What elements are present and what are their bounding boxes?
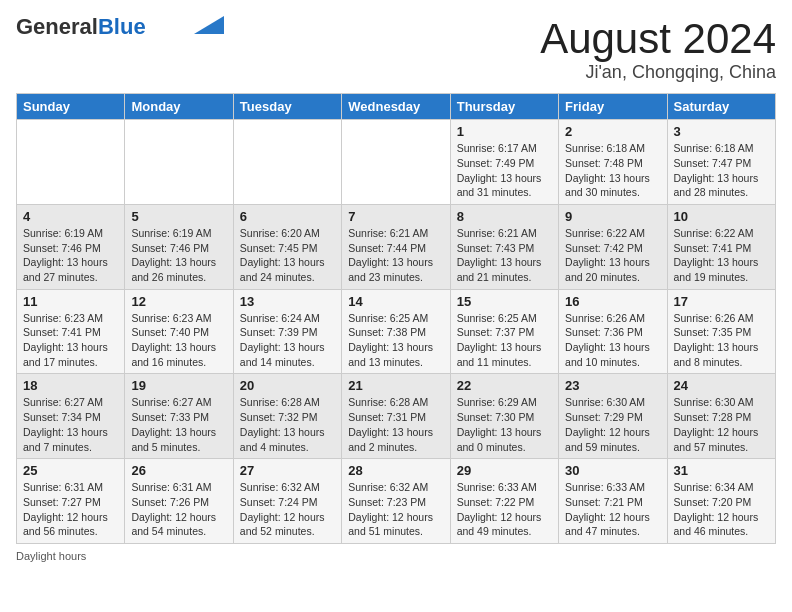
daylight-label: Daylight hours (16, 550, 86, 562)
day-info: Sunrise: 6:17 AMSunset: 7:49 PMDaylight:… (457, 141, 552, 200)
page-header: GeneralBlue August 2024 Ji'an, Chongqing… (16, 16, 776, 83)
day-number: 19 (131, 378, 226, 393)
day-info: Sunrise: 6:21 AMSunset: 7:44 PMDaylight:… (348, 226, 443, 285)
calendar-cell: 10Sunrise: 6:22 AMSunset: 7:41 PMDayligh… (667, 204, 775, 289)
calendar-header-friday: Friday (559, 94, 667, 120)
calendar-cell: 13Sunrise: 6:24 AMSunset: 7:39 PMDayligh… (233, 289, 341, 374)
day-number: 15 (457, 294, 552, 309)
calendar-cell: 9Sunrise: 6:22 AMSunset: 7:42 PMDaylight… (559, 204, 667, 289)
day-number: 22 (457, 378, 552, 393)
day-info: Sunrise: 6:27 AMSunset: 7:33 PMDaylight:… (131, 395, 226, 454)
day-info: Sunrise: 6:18 AMSunset: 7:47 PMDaylight:… (674, 141, 769, 200)
day-number: 23 (565, 378, 660, 393)
day-info: Sunrise: 6:23 AMSunset: 7:40 PMDaylight:… (131, 311, 226, 370)
day-number: 16 (565, 294, 660, 309)
day-info: Sunrise: 6:27 AMSunset: 7:34 PMDaylight:… (23, 395, 118, 454)
day-info: Sunrise: 6:28 AMSunset: 7:32 PMDaylight:… (240, 395, 335, 454)
calendar-week-2: 4Sunrise: 6:19 AMSunset: 7:46 PMDaylight… (17, 204, 776, 289)
day-info: Sunrise: 6:33 AMSunset: 7:21 PMDaylight:… (565, 480, 660, 539)
calendar-cell (125, 120, 233, 205)
calendar-cell: 6Sunrise: 6:20 AMSunset: 7:45 PMDaylight… (233, 204, 341, 289)
day-info: Sunrise: 6:22 AMSunset: 7:41 PMDaylight:… (674, 226, 769, 285)
logo-icon (194, 16, 224, 34)
calendar-cell: 29Sunrise: 6:33 AMSunset: 7:22 PMDayligh… (450, 459, 558, 544)
calendar-cell: 8Sunrise: 6:21 AMSunset: 7:43 PMDaylight… (450, 204, 558, 289)
day-info: Sunrise: 6:19 AMSunset: 7:46 PMDaylight:… (131, 226, 226, 285)
day-info: Sunrise: 6:26 AMSunset: 7:35 PMDaylight:… (674, 311, 769, 370)
calendar-week-5: 25Sunrise: 6:31 AMSunset: 7:27 PMDayligh… (17, 459, 776, 544)
calendar-cell (342, 120, 450, 205)
calendar-week-3: 11Sunrise: 6:23 AMSunset: 7:41 PMDayligh… (17, 289, 776, 374)
day-info: Sunrise: 6:26 AMSunset: 7:36 PMDaylight:… (565, 311, 660, 370)
calendar-header-tuesday: Tuesday (233, 94, 341, 120)
calendar-cell: 2Sunrise: 6:18 AMSunset: 7:48 PMDaylight… (559, 120, 667, 205)
calendar-cell: 30Sunrise: 6:33 AMSunset: 7:21 PMDayligh… (559, 459, 667, 544)
calendar-header-sunday: Sunday (17, 94, 125, 120)
day-info: Sunrise: 6:32 AMSunset: 7:23 PMDaylight:… (348, 480, 443, 539)
calendar-cell: 21Sunrise: 6:28 AMSunset: 7:31 PMDayligh… (342, 374, 450, 459)
calendar-cell: 23Sunrise: 6:30 AMSunset: 7:29 PMDayligh… (559, 374, 667, 459)
calendar-cell: 3Sunrise: 6:18 AMSunset: 7:47 PMDaylight… (667, 120, 775, 205)
calendar-cell: 25Sunrise: 6:31 AMSunset: 7:27 PMDayligh… (17, 459, 125, 544)
month-title: August 2024 (540, 16, 776, 62)
day-number: 21 (348, 378, 443, 393)
calendar-cell: 31Sunrise: 6:34 AMSunset: 7:20 PMDayligh… (667, 459, 775, 544)
calendar-cell: 18Sunrise: 6:27 AMSunset: 7:34 PMDayligh… (17, 374, 125, 459)
day-number: 18 (23, 378, 118, 393)
day-info: Sunrise: 6:31 AMSunset: 7:26 PMDaylight:… (131, 480, 226, 539)
calendar-cell: 11Sunrise: 6:23 AMSunset: 7:41 PMDayligh… (17, 289, 125, 374)
day-number: 8 (457, 209, 552, 224)
title-block: August 2024 Ji'an, Chongqing, China (540, 16, 776, 83)
day-number: 29 (457, 463, 552, 478)
calendar-header-wednesday: Wednesday (342, 94, 450, 120)
day-info: Sunrise: 6:19 AMSunset: 7:46 PMDaylight:… (23, 226, 118, 285)
day-info: Sunrise: 6:30 AMSunset: 7:28 PMDaylight:… (674, 395, 769, 454)
day-info: Sunrise: 6:30 AMSunset: 7:29 PMDaylight:… (565, 395, 660, 454)
calendar-header-thursday: Thursday (450, 94, 558, 120)
logo: GeneralBlue (16, 16, 224, 38)
day-number: 7 (348, 209, 443, 224)
day-info: Sunrise: 6:29 AMSunset: 7:30 PMDaylight:… (457, 395, 552, 454)
day-number: 13 (240, 294, 335, 309)
day-number: 3 (674, 124, 769, 139)
svg-marker-0 (194, 16, 224, 34)
calendar-cell: 20Sunrise: 6:28 AMSunset: 7:32 PMDayligh… (233, 374, 341, 459)
calendar-cell (17, 120, 125, 205)
logo-text: GeneralBlue (16, 16, 146, 38)
day-number: 12 (131, 294, 226, 309)
day-number: 26 (131, 463, 226, 478)
day-number: 10 (674, 209, 769, 224)
day-info: Sunrise: 6:20 AMSunset: 7:45 PMDaylight:… (240, 226, 335, 285)
calendar-cell: 12Sunrise: 6:23 AMSunset: 7:40 PMDayligh… (125, 289, 233, 374)
day-number: 1 (457, 124, 552, 139)
calendar-header-row: SundayMondayTuesdayWednesdayThursdayFrid… (17, 94, 776, 120)
day-info: Sunrise: 6:31 AMSunset: 7:27 PMDaylight:… (23, 480, 118, 539)
day-info: Sunrise: 6:18 AMSunset: 7:48 PMDaylight:… (565, 141, 660, 200)
calendar-cell: 27Sunrise: 6:32 AMSunset: 7:24 PMDayligh… (233, 459, 341, 544)
day-number: 20 (240, 378, 335, 393)
calendar-cell: 1Sunrise: 6:17 AMSunset: 7:49 PMDaylight… (450, 120, 558, 205)
day-number: 4 (23, 209, 118, 224)
calendar-cell (233, 120, 341, 205)
day-number: 17 (674, 294, 769, 309)
day-number: 14 (348, 294, 443, 309)
calendar-cell: 15Sunrise: 6:25 AMSunset: 7:37 PMDayligh… (450, 289, 558, 374)
day-info: Sunrise: 6:23 AMSunset: 7:41 PMDaylight:… (23, 311, 118, 370)
day-info: Sunrise: 6:22 AMSunset: 7:42 PMDaylight:… (565, 226, 660, 285)
calendar-header-monday: Monday (125, 94, 233, 120)
day-info: Sunrise: 6:34 AMSunset: 7:20 PMDaylight:… (674, 480, 769, 539)
day-number: 28 (348, 463, 443, 478)
calendar-cell: 5Sunrise: 6:19 AMSunset: 7:46 PMDaylight… (125, 204, 233, 289)
day-number: 30 (565, 463, 660, 478)
calendar-table: SundayMondayTuesdayWednesdayThursdayFrid… (16, 93, 776, 544)
calendar-cell: 26Sunrise: 6:31 AMSunset: 7:26 PMDayligh… (125, 459, 233, 544)
calendar-cell: 7Sunrise: 6:21 AMSunset: 7:44 PMDaylight… (342, 204, 450, 289)
calendar-cell: 19Sunrise: 6:27 AMSunset: 7:33 PMDayligh… (125, 374, 233, 459)
calendar-cell: 28Sunrise: 6:32 AMSunset: 7:23 PMDayligh… (342, 459, 450, 544)
day-info: Sunrise: 6:25 AMSunset: 7:38 PMDaylight:… (348, 311, 443, 370)
day-number: 5 (131, 209, 226, 224)
day-info: Sunrise: 6:33 AMSunset: 7:22 PMDaylight:… (457, 480, 552, 539)
day-info: Sunrise: 6:21 AMSunset: 7:43 PMDaylight:… (457, 226, 552, 285)
calendar-cell: 22Sunrise: 6:29 AMSunset: 7:30 PMDayligh… (450, 374, 558, 459)
calendar-week-1: 1Sunrise: 6:17 AMSunset: 7:49 PMDaylight… (17, 120, 776, 205)
